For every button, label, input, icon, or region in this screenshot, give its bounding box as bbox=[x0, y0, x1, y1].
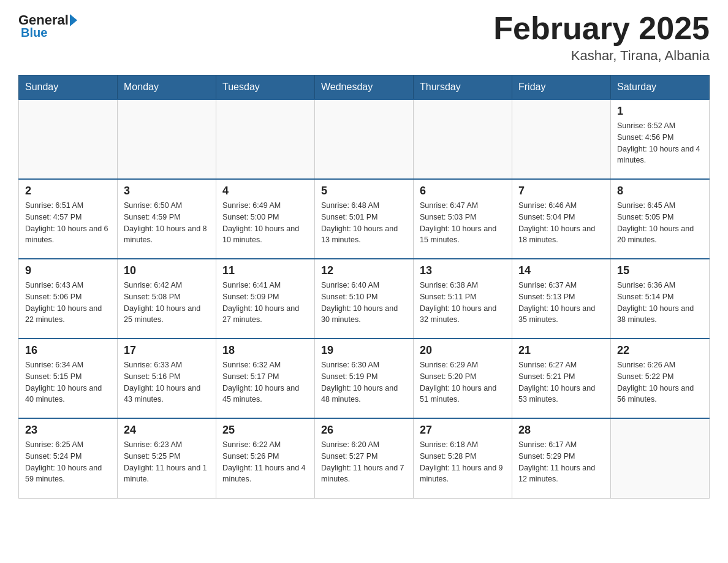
calendar-cell: 19Sunrise: 6:30 AM Sunset: 5:19 PM Dayli… bbox=[315, 339, 414, 418]
day-number: 12 bbox=[321, 264, 407, 277]
day-info: Sunrise: 6:47 AM Sunset: 5:03 PM Dayligh… bbox=[420, 200, 506, 246]
logo: General Blue bbox=[18, 12, 77, 40]
day-info: Sunrise: 6:48 AM Sunset: 5:01 PM Dayligh… bbox=[321, 200, 407, 246]
day-info: Sunrise: 6:26 AM Sunset: 5:22 PM Dayligh… bbox=[617, 359, 703, 405]
calendar-cell: 11Sunrise: 6:41 AM Sunset: 5:09 PM Dayli… bbox=[216, 259, 315, 339]
day-info: Sunrise: 6:20 AM Sunset: 5:27 PM Dayligh… bbox=[321, 439, 407, 485]
day-number: 22 bbox=[617, 344, 703, 357]
calendar-cell: 26Sunrise: 6:20 AM Sunset: 5:27 PM Dayli… bbox=[315, 418, 414, 498]
header-monday: Monday bbox=[118, 75, 216, 100]
day-info: Sunrise: 6:18 AM Sunset: 5:28 PM Dayligh… bbox=[420, 439, 506, 485]
day-info: Sunrise: 6:34 AM Sunset: 5:15 PM Dayligh… bbox=[25, 359, 111, 405]
header-saturday: Saturday bbox=[611, 75, 710, 100]
calendar-cell: 1Sunrise: 6:52 AM Sunset: 4:56 PM Daylig… bbox=[611, 99, 710, 179]
header-wednesday: Wednesday bbox=[315, 75, 414, 100]
calendar-cell: 28Sunrise: 6:17 AM Sunset: 5:29 PM Dayli… bbox=[512, 418, 611, 498]
calendar-cell: 6Sunrise: 6:47 AM Sunset: 5:03 PM Daylig… bbox=[414, 179, 512, 259]
day-info: Sunrise: 6:33 AM Sunset: 5:16 PM Dayligh… bbox=[124, 359, 210, 405]
day-info: Sunrise: 6:50 AM Sunset: 4:59 PM Dayligh… bbox=[124, 200, 210, 246]
day-number: 19 bbox=[321, 344, 407, 357]
day-number: 13 bbox=[420, 264, 506, 277]
day-number: 3 bbox=[124, 185, 210, 197]
day-info: Sunrise: 6:45 AM Sunset: 5:05 PM Dayligh… bbox=[617, 200, 703, 246]
calendar-cell: 20Sunrise: 6:29 AM Sunset: 5:20 PM Dayli… bbox=[414, 339, 512, 418]
day-number: 6 bbox=[420, 185, 506, 197]
calendar-cell: 2Sunrise: 6:51 AM Sunset: 4:57 PM Daylig… bbox=[19, 179, 118, 259]
calendar-cell: 27Sunrise: 6:18 AM Sunset: 5:28 PM Dayli… bbox=[414, 418, 512, 498]
calendar-cell bbox=[512, 99, 611, 179]
logo-arrow-icon bbox=[70, 14, 77, 26]
calendar-table: Sunday Monday Tuesday Wednesday Thursday… bbox=[18, 75, 710, 499]
day-number: 17 bbox=[124, 344, 210, 357]
day-info: Sunrise: 6:32 AM Sunset: 5:17 PM Dayligh… bbox=[222, 359, 308, 405]
day-number: 26 bbox=[321, 424, 407, 437]
day-info: Sunrise: 6:25 AM Sunset: 5:24 PM Dayligh… bbox=[25, 439, 111, 485]
calendar-cell bbox=[414, 99, 512, 179]
day-info: Sunrise: 6:51 AM Sunset: 4:57 PM Dayligh… bbox=[25, 200, 111, 246]
day-number: 23 bbox=[25, 424, 111, 437]
calendar-cell bbox=[611, 418, 710, 498]
calendar-cell: 10Sunrise: 6:42 AM Sunset: 5:08 PM Dayli… bbox=[118, 259, 216, 339]
header-thursday: Thursday bbox=[414, 75, 512, 100]
day-info: Sunrise: 6:38 AM Sunset: 5:11 PM Dayligh… bbox=[420, 280, 506, 326]
day-info: Sunrise: 6:23 AM Sunset: 5:25 PM Dayligh… bbox=[124, 439, 210, 485]
week-row-4: 16Sunrise: 6:34 AM Sunset: 5:15 PM Dayli… bbox=[19, 339, 710, 418]
calendar-cell: 7Sunrise: 6:46 AM Sunset: 5:04 PM Daylig… bbox=[512, 179, 611, 259]
week-row-1: 1Sunrise: 6:52 AM Sunset: 4:56 PM Daylig… bbox=[19, 99, 710, 179]
calendar-cell bbox=[315, 99, 414, 179]
day-number: 4 bbox=[222, 185, 308, 197]
day-number: 24 bbox=[124, 424, 210, 437]
day-info: Sunrise: 6:52 AM Sunset: 4:56 PM Dayligh… bbox=[617, 120, 703, 166]
day-number: 2 bbox=[25, 185, 111, 197]
day-number: 25 bbox=[222, 424, 308, 437]
day-info: Sunrise: 6:40 AM Sunset: 5:10 PM Dayligh… bbox=[321, 280, 407, 326]
day-info: Sunrise: 6:41 AM Sunset: 5:09 PM Dayligh… bbox=[222, 280, 308, 326]
calendar-cell: 8Sunrise: 6:45 AM Sunset: 5:05 PM Daylig… bbox=[611, 179, 710, 259]
day-number: 27 bbox=[420, 424, 506, 437]
calendar-cell bbox=[118, 99, 216, 179]
day-number: 14 bbox=[518, 264, 604, 277]
calendar-cell: 3Sunrise: 6:50 AM Sunset: 4:59 PM Daylig… bbox=[118, 179, 216, 259]
day-info: Sunrise: 6:27 AM Sunset: 5:21 PM Dayligh… bbox=[518, 359, 604, 405]
calendar-cell: 25Sunrise: 6:22 AM Sunset: 5:26 PM Dayli… bbox=[216, 418, 315, 498]
calendar-cell: 14Sunrise: 6:37 AM Sunset: 5:13 PM Dayli… bbox=[512, 259, 611, 339]
calendar-cell: 24Sunrise: 6:23 AM Sunset: 5:25 PM Dayli… bbox=[118, 418, 216, 498]
month-title: February 2025 bbox=[493, 12, 710, 44]
calendar-cell: 4Sunrise: 6:49 AM Sunset: 5:00 PM Daylig… bbox=[216, 179, 315, 259]
header-tuesday: Tuesday bbox=[216, 75, 315, 100]
day-info: Sunrise: 6:42 AM Sunset: 5:08 PM Dayligh… bbox=[124, 280, 210, 326]
calendar-cell: 12Sunrise: 6:40 AM Sunset: 5:10 PM Dayli… bbox=[315, 259, 414, 339]
header-sunday: Sunday bbox=[19, 75, 118, 100]
day-info: Sunrise: 6:46 AM Sunset: 5:04 PM Dayligh… bbox=[518, 200, 604, 246]
week-row-2: 2Sunrise: 6:51 AM Sunset: 4:57 PM Daylig… bbox=[19, 179, 710, 259]
day-info: Sunrise: 6:43 AM Sunset: 5:06 PM Dayligh… bbox=[25, 280, 111, 326]
calendar-cell bbox=[216, 99, 315, 179]
day-info: Sunrise: 6:49 AM Sunset: 5:00 PM Dayligh… bbox=[222, 200, 308, 246]
calendar-cell: 17Sunrise: 6:33 AM Sunset: 5:16 PM Dayli… bbox=[118, 339, 216, 418]
day-number: 28 bbox=[518, 424, 604, 437]
calendar-cell: 23Sunrise: 6:25 AM Sunset: 5:24 PM Dayli… bbox=[19, 418, 118, 498]
day-info: Sunrise: 6:30 AM Sunset: 5:19 PM Dayligh… bbox=[321, 359, 407, 405]
day-number: 7 bbox=[518, 185, 604, 197]
day-info: Sunrise: 6:37 AM Sunset: 5:13 PM Dayligh… bbox=[518, 280, 604, 326]
day-number: 15 bbox=[617, 264, 703, 277]
calendar-cell: 15Sunrise: 6:36 AM Sunset: 5:14 PM Dayli… bbox=[611, 259, 710, 339]
day-number: 8 bbox=[617, 185, 703, 197]
calendar-cell: 13Sunrise: 6:38 AM Sunset: 5:11 PM Dayli… bbox=[414, 259, 512, 339]
day-number: 5 bbox=[321, 185, 407, 197]
day-number: 1 bbox=[617, 105, 703, 118]
day-number: 10 bbox=[124, 264, 210, 277]
calendar-cell: 18Sunrise: 6:32 AM Sunset: 5:17 PM Dayli… bbox=[216, 339, 315, 418]
day-number: 20 bbox=[420, 344, 506, 357]
day-info: Sunrise: 6:36 AM Sunset: 5:14 PM Dayligh… bbox=[617, 280, 703, 326]
day-number: 16 bbox=[25, 344, 111, 357]
page-header: General Blue February 2025 Kashar, Tiran… bbox=[18, 12, 710, 64]
calendar-cell: 5Sunrise: 6:48 AM Sunset: 5:01 PM Daylig… bbox=[315, 179, 414, 259]
day-number: 9 bbox=[25, 264, 111, 277]
day-info: Sunrise: 6:29 AM Sunset: 5:20 PM Dayligh… bbox=[420, 359, 506, 405]
calendar-cell: 9Sunrise: 6:43 AM Sunset: 5:06 PM Daylig… bbox=[19, 259, 118, 339]
week-row-3: 9Sunrise: 6:43 AM Sunset: 5:06 PM Daylig… bbox=[19, 259, 710, 339]
day-info: Sunrise: 6:17 AM Sunset: 5:29 PM Dayligh… bbox=[518, 439, 604, 485]
day-number: 11 bbox=[222, 264, 308, 277]
logo-blue-text: Blue bbox=[21, 26, 47, 40]
